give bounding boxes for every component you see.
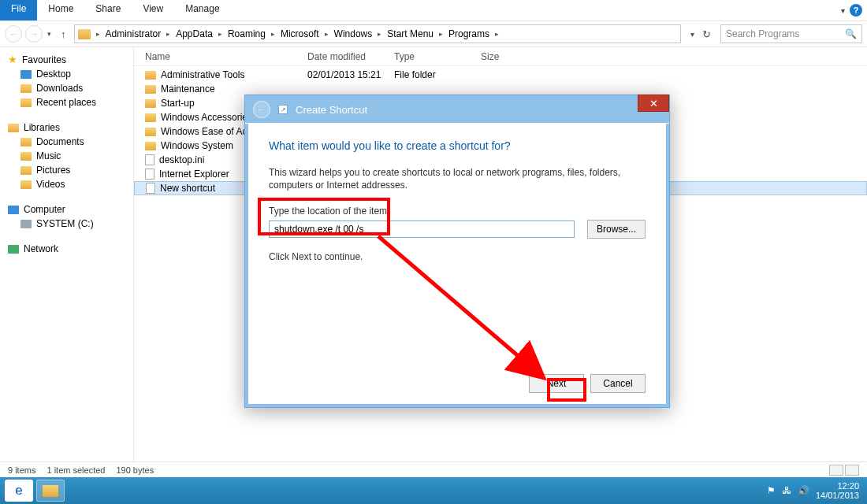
sidebar-item-pictures[interactable]: Pictures <box>0 163 133 177</box>
desktop-icon <box>20 70 32 79</box>
view-icons-button[interactable] <box>845 465 859 476</box>
column-headers: Name Date modified Type Size <box>134 47 867 66</box>
file-name: Windows Accessories <box>161 112 252 123</box>
clock-date: 14/01/2013 <box>816 491 859 500</box>
taskbar-ie-icon[interactable]: e <box>5 480 33 502</box>
sidebar-group-network[interactable]: Network <box>0 242 133 256</box>
file-name: Maintenance <box>161 83 215 94</box>
folder-icon <box>145 85 156 94</box>
sidebar-item-music[interactable]: Music <box>0 149 133 163</box>
dialog-heading: What item would you like to create a sho… <box>269 139 646 152</box>
sidebar-item-recent[interactable]: Recent places <box>0 95 133 109</box>
folder-icon <box>145 113 156 122</box>
documents-icon <box>20 138 32 146</box>
sidebar-group-favourites[interactable]: ★Favourites <box>0 52 133 67</box>
continue-hint: Click Next to continue. <box>269 251 646 262</box>
tab-manage[interactable]: Manage <box>174 0 230 20</box>
tray-network-icon[interactable]: 🖧 <box>782 485 791 496</box>
breadcrumb[interactable]: Programs <box>447 28 491 39</box>
sidebar-group-libraries[interactable]: Libraries <box>0 120 133 135</box>
sidebar-item-documents[interactable]: Documents <box>0 135 133 149</box>
status-selected-size: 190 bytes <box>116 465 154 475</box>
network-icon <box>8 245 19 254</box>
nav-up-button[interactable]: ↑ <box>56 28 71 40</box>
breadcrumb[interactable]: Administrator <box>104 28 163 39</box>
chevron-right-icon: ▸ <box>94 30 102 38</box>
file-name: desktop.ini <box>159 154 204 165</box>
clock-time: 12:20 <box>816 481 859 491</box>
ribbon-minimize-chevron-icon[interactable]: ▾ <box>841 6 845 15</box>
tab-share[interactable]: Share <box>84 0 132 20</box>
videos-icon <box>20 180 32 189</box>
file-name: New shortcut <box>160 183 215 194</box>
file-type: File folder <box>394 69 481 80</box>
column-type[interactable]: Type <box>394 51 481 62</box>
column-date[interactable]: Date modified <box>307 51 394 62</box>
nav-forward-button[interactable]: → <box>25 25 43 43</box>
drive-icon <box>20 220 32 228</box>
browse-button[interactable]: Browse... <box>587 220 646 239</box>
status-item-count: 9 items <box>8 465 35 475</box>
file-name: Windows System <box>161 140 233 151</box>
breadcrumb[interactable]: Microsoft <box>279 28 321 39</box>
refresh-icon[interactable]: ↻ <box>702 28 711 40</box>
sidebar-item-downloads[interactable]: Downloads <box>0 81 133 95</box>
system-tray: ⚑ 🖧 🔊 12:20 14/01/2013 <box>767 481 862 500</box>
recent-icon <box>20 98 32 107</box>
column-name[interactable]: Name <box>134 51 307 62</box>
help-icon[interactable]: ? <box>850 4 862 17</box>
file-name: Administrative Tools <box>161 69 245 80</box>
search-input[interactable]: Search Programs 🔍 <box>720 24 862 43</box>
folder-icon <box>20 84 32 93</box>
taskbar-explorer-icon[interactable] <box>36 480 65 502</box>
address-dropdown-icon[interactable]: ▾ <box>690 30 694 39</box>
status-bar: 9 items 1 item selected 190 bytes <box>0 461 867 477</box>
music-icon <box>20 152 32 161</box>
location-label: Type the location of the item: <box>269 206 646 217</box>
file-date: 02/01/2013 15:21 <box>307 69 394 80</box>
dialog-back-button[interactable]: ← <box>253 101 270 118</box>
breadcrumb[interactable]: AppData <box>174 28 214 39</box>
shortcut-icon: ↗ <box>278 105 288 114</box>
search-icon: 🔍 <box>845 28 857 39</box>
tab-view[interactable]: View <box>132 0 174 20</box>
nav-back-button[interactable]: ← <box>5 25 22 43</box>
file-icon <box>146 183 155 194</box>
sidebar-item-videos[interactable]: Videos <box>0 177 133 191</box>
nav-row: ← → ▾ ↑ ▸ Administrator▸ AppData▸ Roamin… <box>0 20 867 47</box>
file-row[interactable]: Administrative Tools02/01/2013 15:21File… <box>134 68 867 82</box>
folder-icon <box>145 128 156 136</box>
libraries-icon <box>8 124 19 132</box>
tray-volume-icon[interactable]: 🔊 <box>798 485 809 496</box>
star-icon: ★ <box>8 54 17 65</box>
tab-file[interactable]: File <box>0 0 37 20</box>
view-details-button[interactable] <box>829 465 843 476</box>
sidebar: ★Favourites Desktop Downloads Recent pla… <box>0 47 134 461</box>
sidebar-item-desktop[interactable]: Desktop <box>0 67 133 81</box>
address-bar[interactable]: ▸ Administrator▸ AppData▸ Roaming▸ Micro… <box>74 24 682 43</box>
breadcrumb[interactable]: Roaming <box>226 28 267 39</box>
column-size[interactable]: Size <box>481 51 544 62</box>
cancel-button[interactable]: Cancel <box>590 374 646 393</box>
tray-flag-icon[interactable]: ⚑ <box>767 485 776 496</box>
file-icon <box>145 169 154 180</box>
file-icon <box>145 154 154 165</box>
breadcrumb[interactable]: Start Menu <box>385 28 435 39</box>
nav-history-dropdown-icon[interactable]: ▾ <box>46 30 53 38</box>
folder-icon <box>145 142 156 150</box>
tab-home[interactable]: Home <box>37 0 84 20</box>
next-button[interactable]: Next <box>529 374 584 393</box>
dialog-title: Create Shortcut <box>296 104 367 116</box>
sidebar-group-computer[interactable]: Computer <box>0 202 133 217</box>
computer-icon <box>8 206 19 214</box>
dialog-close-button[interactable]: ✕ <box>638 94 669 112</box>
folder-icon <box>145 71 156 80</box>
pictures-icon <box>20 166 32 175</box>
folder-icon <box>145 99 156 108</box>
create-shortcut-dialog: ✕ ← ↗ Create Shortcut What item would yo… <box>244 94 670 408</box>
taskbar-clock[interactable]: 12:20 14/01/2013 <box>816 481 859 500</box>
sidebar-item-drive-c[interactable]: SYSTEM (C:) <box>0 217 133 231</box>
file-name: Start-up <box>161 98 195 109</box>
location-input[interactable] <box>269 220 575 238</box>
breadcrumb[interactable]: Windows <box>333 28 374 39</box>
